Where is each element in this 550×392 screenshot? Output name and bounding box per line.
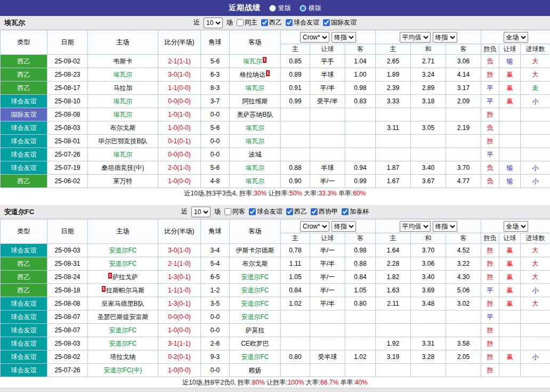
team-name: 埃瓦尔 bbox=[114, 97, 133, 105]
away-team-cell: 安道尔FC bbox=[230, 350, 281, 364]
handicap-odds-cell bbox=[281, 324, 310, 337]
filter-checkbox[interactable] bbox=[224, 208, 231, 215]
filter-checkbox[interactable] bbox=[323, 19, 330, 26]
handicap-time-select[interactable]: 终指 bbox=[331, 221, 356, 232]
handicap-time-select[interactable]: 终指 bbox=[331, 32, 356, 43]
result-cell bbox=[499, 108, 521, 121]
column-header: 日期 bbox=[47, 219, 88, 244]
europe-odds-cell bbox=[376, 324, 411, 337]
sub-column-header: 胜负 bbox=[481, 44, 499, 55]
europe-time-select[interactable]: 终指 bbox=[433, 32, 457, 43]
layout-option-vertical[interactable]: 竖版 bbox=[269, 4, 291, 13]
europe-odds-cell bbox=[376, 135, 411, 148]
match-count-select[interactable]: 10 bbox=[191, 207, 211, 217]
sub-column-header: 主 bbox=[281, 233, 310, 244]
summary-part: 单率: bbox=[337, 190, 353, 197]
corner-cell: 0-0 bbox=[201, 324, 230, 337]
team-name: CE欧罗巴 bbox=[241, 340, 269, 347]
layout-option-horizontal[interactable]: 横版 bbox=[300, 4, 321, 13]
date-cell: 25-09-03 bbox=[47, 244, 88, 257]
match-count-select[interactable]: 10 bbox=[204, 18, 223, 28]
bookmaker-select[interactable]: Crow* bbox=[300, 221, 329, 232]
filter-option[interactable]: 球会友谊 bbox=[286, 18, 319, 27]
match-row: 球会友谊25-08-07圣瑟巴斯提安雷斯0-0(0-0)0-0安道尔FC平 bbox=[1, 311, 550, 324]
handicap-odds-cell: 1.11 bbox=[281, 257, 310, 271]
europe-odds-cell: 3.28 bbox=[411, 350, 446, 364]
handicap-odds-cell bbox=[310, 121, 345, 135]
europe-odds-group-header: 平均值终指 bbox=[376, 219, 481, 233]
filter-option[interactable]: 西乙 bbox=[286, 207, 307, 216]
filter-checkbox[interactable] bbox=[237, 19, 244, 26]
team-name: 圣瑟巴斯提安雷斯 bbox=[98, 313, 149, 321]
scope-select[interactable]: 全场 bbox=[504, 221, 528, 232]
europe-odds-cell bbox=[446, 108, 481, 121]
away-team-cell: 布尔戈斯 bbox=[230, 257, 281, 271]
filter-option[interactable]: 同主 bbox=[237, 18, 257, 27]
europe-odds-cell: 4.52 bbox=[446, 244, 481, 257]
europe-odds-cell: 2.11 bbox=[376, 297, 411, 311]
corner-cell: 3-5 bbox=[201, 297, 230, 311]
result-cell: 赢 bbox=[499, 284, 521, 297]
result-cell: 赢 bbox=[499, 257, 521, 271]
europe-source-select[interactable]: 平均值 bbox=[400, 32, 431, 43]
filter-checkbox[interactable] bbox=[286, 208, 293, 215]
match-row: 球会友谊25-07-26埃瓦尔0-0(0-0)0-0波城平 bbox=[1, 148, 550, 161]
score-cell: 3-1(1-1) bbox=[158, 337, 201, 350]
league-type-cell: 球会友谊 bbox=[1, 95, 47, 108]
league-type-cell: 西乙 bbox=[1, 271, 47, 284]
handicap-odds-cell: 1.02 bbox=[281, 297, 310, 311]
europe-time-select[interactable]: 终指 bbox=[433, 221, 457, 232]
europe-odds-cell bbox=[411, 148, 446, 161]
bookmaker-select[interactable]: Crow* bbox=[300, 32, 329, 43]
handicap-odds-cell: 0.89 bbox=[281, 68, 310, 81]
filter-option[interactable]: 同客 bbox=[224, 207, 245, 216]
handicap-odds-group-header: Crow*终指 bbox=[281, 219, 376, 233]
filter-option[interactable]: 西乙 bbox=[261, 18, 282, 27]
filter-checkbox[interactable] bbox=[311, 208, 318, 215]
filter-checkbox[interactable] bbox=[249, 208, 256, 215]
home-team-cell: 1拉斯帕尔马斯 bbox=[88, 284, 158, 297]
handicap-odds-cell bbox=[281, 337, 310, 350]
team-name: 皇家马德里B队 bbox=[101, 300, 144, 307]
summary-part: 50% bbox=[289, 190, 302, 197]
filter-option[interactable]: 国际友谊 bbox=[323, 18, 357, 27]
filter-label: 球会友谊 bbox=[257, 207, 282, 216]
europe-odds-cell bbox=[411, 324, 446, 337]
team-name: 塔拉戈纳 bbox=[110, 353, 136, 361]
corner-cell: 0-0 bbox=[201, 108, 230, 121]
column-header: 主场 bbox=[88, 219, 158, 244]
filter-checkbox[interactable] bbox=[286, 19, 293, 26]
handicap-odds-cell bbox=[281, 108, 310, 121]
result-cell: 胜 bbox=[481, 324, 499, 337]
scope-select[interactable]: 全场 bbox=[504, 32, 528, 43]
sub-column-header: 进球数 bbox=[521, 44, 550, 55]
away-team-cell: 赖扬 bbox=[230, 364, 281, 377]
home-team-cell: 毕尔巴鄂竞技B队 bbox=[88, 135, 158, 148]
score-cell: 3-0(1-0) bbox=[158, 68, 201, 81]
score-cell: 1-0(0-0) bbox=[158, 324, 201, 337]
league-type-cell: 球会友谊 bbox=[1, 311, 47, 324]
match-row: 西乙25-08-23埃瓦尔3-0(1-0)6-3格拉纳达10.89半球1.001… bbox=[1, 68, 550, 81]
vertical-layout-radio[interactable] bbox=[269, 5, 276, 12]
match-row: 西乙25-08-241萨拉戈萨1-3(0-1)6-5安道尔FC1.05半/一0.… bbox=[1, 271, 550, 284]
europe-odds-cell: 3.31 bbox=[411, 337, 446, 350]
home-team-cell: 安道尔FC bbox=[88, 324, 158, 337]
filter-checkbox[interactable] bbox=[342, 208, 349, 215]
handicap-odds-cell: 0.98 bbox=[345, 81, 376, 95]
horizontal-layout-radio[interactable] bbox=[300, 5, 306, 12]
europe-source-select[interactable]: 平均值 bbox=[400, 221, 431, 232]
result-cell: 大 bbox=[521, 68, 550, 81]
result-cell: 赢 bbox=[499, 68, 521, 81]
filter-option[interactable]: 西协甲 bbox=[311, 207, 338, 216]
column-header: 主场 bbox=[88, 30, 158, 55]
filter-option[interactable]: 球会友谊 bbox=[249, 207, 282, 216]
handicap-odds-cell: 平/半 bbox=[310, 81, 345, 95]
team-name: 韦斯卡 bbox=[114, 58, 133, 65]
filter-checkbox[interactable] bbox=[261, 19, 268, 26]
corner-cell: 8-3 bbox=[201, 81, 230, 95]
handicap-odds-cell: 0.80 bbox=[345, 297, 376, 311]
filter-option[interactable]: 加泰杯 bbox=[342, 207, 369, 216]
result-cell: 胜 bbox=[481, 337, 499, 350]
result-cell: 赢 bbox=[499, 244, 521, 257]
europe-odds-cell: 1.67 bbox=[376, 175, 411, 188]
